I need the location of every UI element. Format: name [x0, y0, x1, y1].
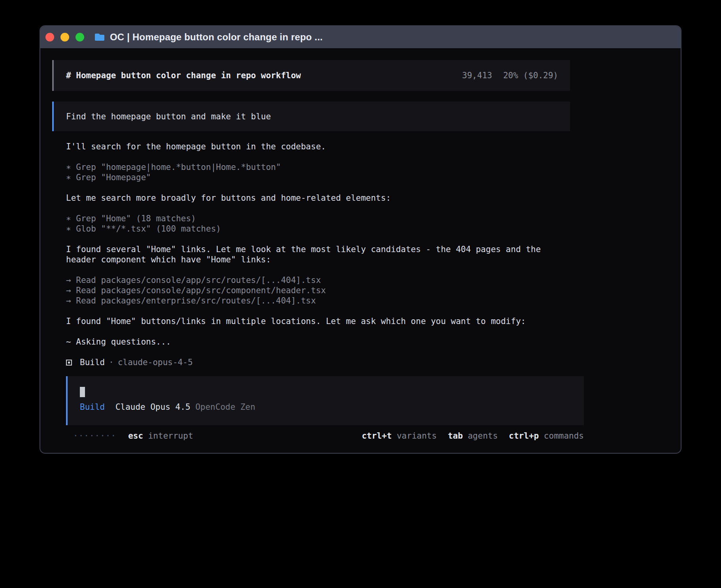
- window-title: OC | Homepage button color change in rep…: [110, 32, 323, 43]
- traffic-lights: [45, 33, 84, 41]
- token-count: 39,413: [462, 71, 492, 80]
- status-bar: ········ esc interrupt ctrl+t variants t…: [66, 430, 584, 442]
- tool-call-group: ∗ Grep "Home" (18 matches) ∗ Glob "**/*.…: [66, 213, 570, 234]
- tool-call-group: → Read packages/console/app/src/routes/[…: [66, 275, 570, 306]
- tool-call-group: ∗ Grep "homepage|home.*button|Home.*butt…: [66, 162, 570, 183]
- assistant-text: I found several "Home" links. Let me loo…: [66, 244, 570, 265]
- shortcut-variants: ctrl+t variants: [362, 431, 437, 441]
- user-message-text: Find the homepage button and make it blu…: [66, 112, 271, 121]
- context-usage: 20% ($0.29): [503, 71, 558, 80]
- input-meta: Build Claude Opus 4.5 OpenCode Zen: [80, 402, 584, 412]
- folder-icon: [94, 32, 105, 42]
- terminal-content: # Homepage button color change in repo w…: [40, 48, 681, 442]
- close-button[interactable]: [45, 33, 54, 41]
- shortcut-key: ctrl+p: [509, 431, 539, 441]
- session-header: # Homepage button color change in repo w…: [52, 60, 570, 91]
- desktop-background: OC | Homepage button color change in rep…: [0, 0, 721, 588]
- tool-call-line: → Read packages/enterprise/src/routes/[.…: [66, 296, 570, 306]
- user-message: Find the homepage button and make it blu…: [52, 102, 570, 131]
- shortcut-key: esc: [128, 431, 143, 441]
- shortcut-label: variants: [397, 431, 437, 441]
- text-cursor: [80, 387, 85, 397]
- session-title: # Homepage button color change in repo w…: [66, 71, 301, 80]
- window-titlebar[interactable]: OC | Homepage button color change in rep…: [40, 26, 681, 48]
- conversation: I'll search for the homepage button in t…: [66, 141, 570, 442]
- shortcut-key: tab: [448, 431, 463, 441]
- assistant-text: I'll search for the homepage button in t…: [66, 141, 570, 152]
- status-bar-right: ctrl+t variants tab agents ctrl+p comman…: [362, 431, 584, 441]
- progress-dots: ········: [73, 431, 116, 441]
- shortcut-label: agents: [468, 431, 498, 441]
- shortcut-label: commands: [544, 431, 584, 441]
- agent-model: claude-opus-4-5: [118, 357, 193, 368]
- agent-name: Build: [80, 357, 105, 368]
- tool-call-line: → Read packages/console/app/src/componen…: [66, 285, 570, 296]
- tool-call-line: ∗ Glob "**/*.tsx" (100 matches): [66, 224, 570, 234]
- shortcut-label: interrupt: [148, 431, 193, 441]
- agent-square-icon: [66, 360, 72, 366]
- tool-call-line: → Read packages/console/app/src/routes/[…: [66, 275, 570, 285]
- input-model[interactable]: Claude Opus 4.5: [115, 402, 191, 412]
- agent-status-row: Build · claude-opus-4-5: [66, 357, 570, 368]
- asking-status: ~ Asking questions...: [66, 337, 570, 347]
- minimize-button[interactable]: [60, 33, 69, 41]
- tool-call-line: ∗ Grep "Homepage": [66, 172, 570, 183]
- status-bar-left: ········ esc interrupt: [73, 431, 193, 441]
- shortcut-commands: ctrl+p commands: [509, 431, 584, 441]
- shortcut-agents: tab agents: [448, 431, 498, 441]
- input-provider: OpenCode Zen: [195, 402, 255, 412]
- agent-separator: ·: [109, 357, 114, 368]
- terminal-window: OC | Homepage button color change in rep…: [40, 25, 681, 454]
- tool-call-line: ∗ Grep "homepage|home.*button|Home.*butt…: [66, 162, 570, 172]
- tool-call-line: ∗ Grep "Home" (18 matches): [66, 213, 570, 224]
- shortcut-key: ctrl+t: [362, 431, 392, 441]
- assistant-text: Let me search more broadly for buttons a…: [66, 193, 570, 203]
- input-mode[interactable]: Build: [80, 402, 105, 412]
- session-stats: 39,413 20% ($0.29): [462, 71, 558, 80]
- prompt-input[interactable]: Build Claude Opus 4.5 OpenCode Zen: [66, 376, 584, 425]
- assistant-text: I found "Home" buttons/links in multiple…: [66, 316, 570, 326]
- zoom-button[interactable]: [75, 33, 84, 41]
- shortcut-interrupt: esc interrupt: [128, 431, 193, 441]
